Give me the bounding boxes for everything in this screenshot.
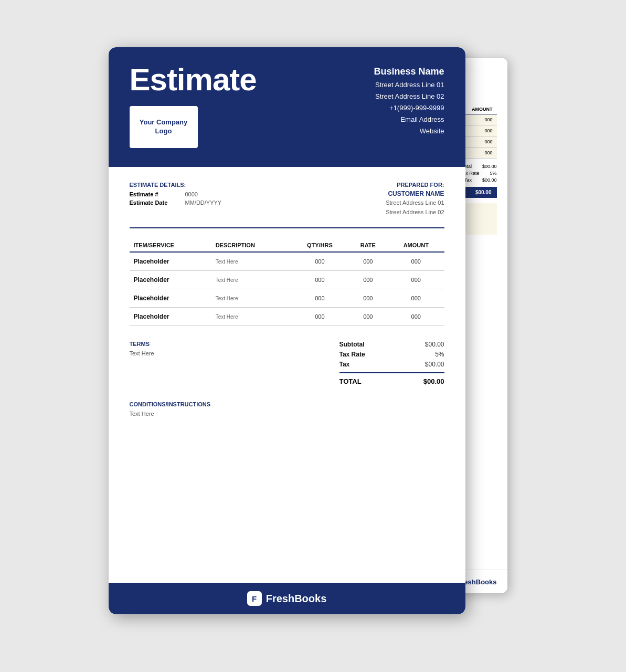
customer-address: Street Address Line 01 Street Address Li… bbox=[386, 198, 444, 217]
header-left: Estimate Your Company Logo bbox=[130, 64, 257, 148]
address-line2: Street Address Line 02 bbox=[374, 91, 444, 102]
back-tax-value: $00.00 bbox=[482, 177, 497, 183]
doc-footer: F FreshBooks bbox=[109, 583, 465, 614]
company-logo: Your Company Logo bbox=[130, 106, 198, 148]
subtotal-row: Subtotal $00.00 bbox=[339, 341, 444, 348]
prepared-for-section: PREPARED FOR: CUSTOMER NAME Street Addre… bbox=[386, 182, 444, 217]
taxrate-value: 5% bbox=[435, 351, 444, 358]
estimate-details-left: ESTIMATE DETAILS: Estimate # 0000 Estima… bbox=[130, 182, 222, 217]
terms-section: TERMS Text Here bbox=[130, 341, 339, 356]
customer-name: CUSTOMER NAME bbox=[386, 190, 444, 197]
doc-body: ESTIMATE DETAILS: Estimate # 0000 Estima… bbox=[109, 167, 465, 427]
back-subtotal-value: $00.00 bbox=[482, 164, 497, 169]
header-right: Business Name Street Address Line 01 Str… bbox=[374, 64, 444, 137]
back-total-value: $00.00 bbox=[475, 190, 492, 195]
estimate-number-value: 0000 bbox=[185, 191, 198, 197]
estimate-title: Estimate bbox=[130, 64, 257, 96]
tax-label: Tax bbox=[339, 361, 350, 368]
item-name-2: Placeholder bbox=[134, 276, 169, 284]
item-desc-1: Text Here bbox=[216, 259, 238, 265]
subtotal-label: Subtotal bbox=[339, 341, 365, 348]
freshbooks-icon: F bbox=[247, 591, 262, 606]
subtotal-value: $00.00 bbox=[425, 341, 444, 348]
back-taxrate-value: 5% bbox=[490, 171, 496, 176]
business-detail: Street Address Line 01 Street Address Li… bbox=[374, 79, 444, 137]
table-row: Placeholder Text Here 000 000 000 bbox=[130, 271, 444, 289]
item-rate-1: 000 bbox=[348, 252, 388, 271]
bottom-section: TERMS Text Here Subtotal $00.00 Tax Rate… bbox=[130, 341, 444, 385]
col-qty: QTY/HRS bbox=[291, 239, 348, 252]
taxrate-label: Tax Rate bbox=[339, 351, 365, 358]
phone: +1(999)-999-9999 bbox=[374, 102, 444, 114]
tax-value: $00.00 bbox=[425, 361, 444, 368]
document-scene: ESTIMATE DETAILS: Estimate # 0000 Estima… bbox=[109, 47, 518, 625]
item-qty-2: 000 bbox=[291, 271, 348, 289]
item-rate-2: 000 bbox=[348, 271, 388, 289]
col-rate: RATE bbox=[348, 239, 388, 252]
business-name: Business Name bbox=[374, 66, 444, 77]
estimate-date-value: MM/DD/YYYY bbox=[185, 200, 222, 206]
estimate-number-row: Estimate # 0000 bbox=[130, 191, 222, 197]
front-document: Estimate Your Company Logo Business Name… bbox=[109, 47, 465, 614]
item-amount-3: 000 bbox=[388, 289, 444, 308]
email: Email Address bbox=[374, 114, 444, 125]
address-line1: Street Address Line 01 bbox=[374, 79, 444, 91]
item-name-4: Placeholder bbox=[134, 313, 169, 320]
estimate-date-label: Estimate Date bbox=[130, 200, 177, 206]
totals-section: Subtotal $00.00 Tax Rate 5% Tax $00.00 T… bbox=[339, 341, 444, 385]
estimate-details-title: ESTIMATE DETAILS: bbox=[130, 182, 222, 188]
conditions-text: Text Here bbox=[130, 411, 444, 417]
terms-text: Text Here bbox=[130, 350, 339, 356]
estimate-date-row: Estimate Date MM/DD/YYYY bbox=[130, 200, 222, 206]
freshbooks-brand: FreshBooks bbox=[266, 593, 327, 605]
estimate-number-label: Estimate # bbox=[130, 191, 177, 197]
totals-divider bbox=[339, 372, 444, 373]
terms-title: TERMS bbox=[130, 341, 339, 347]
items-table: ITEM/SERVICE DESCRIPTION QTY/HRS RATE AM… bbox=[130, 239, 444, 326]
total-row: TOTAL $00.00 bbox=[339, 377, 444, 385]
col-item: ITEM/SERVICE bbox=[130, 239, 211, 252]
table-row: Placeholder Text Here 000 000 000 bbox=[130, 252, 444, 271]
customer-address-line2: Street Address Line 02 bbox=[386, 208, 444, 217]
item-desc-4: Text Here bbox=[216, 314, 238, 320]
conditions-title: CONDITIONS/INSTRUCTIONS bbox=[130, 401, 444, 407]
total-label: TOTAL bbox=[339, 377, 362, 385]
website: Website bbox=[374, 125, 444, 137]
table-row: Placeholder Text Here 000 000 000 bbox=[130, 308, 444, 326]
conditions-section: CONDITIONS/INSTRUCTIONS Text Here bbox=[130, 401, 444, 417]
item-name-3: Placeholder bbox=[134, 295, 169, 302]
item-desc-2: Text Here bbox=[216, 277, 238, 283]
item-rate-3: 000 bbox=[348, 289, 388, 308]
doc-header: Estimate Your Company Logo Business Name… bbox=[109, 47, 465, 167]
item-amount-4: 000 bbox=[388, 308, 444, 326]
back-tax-label: Tax bbox=[464, 177, 472, 183]
section-divider bbox=[130, 227, 444, 228]
taxrate-row: Tax Rate 5% bbox=[339, 351, 444, 358]
col-amount: AMOUNT bbox=[388, 239, 444, 252]
item-desc-3: Text Here bbox=[216, 296, 238, 301]
item-qty-1: 000 bbox=[291, 252, 348, 271]
col-description: DESCRIPTION bbox=[211, 239, 291, 252]
tax-row: Tax $00.00 bbox=[339, 361, 444, 368]
item-qty-3: 000 bbox=[291, 289, 348, 308]
item-rate-4: 000 bbox=[348, 308, 388, 326]
freshbooks-logo: F FreshBooks bbox=[247, 591, 327, 606]
estimate-info-section: ESTIMATE DETAILS: Estimate # 0000 Estima… bbox=[130, 182, 444, 217]
item-name-1: Placeholder bbox=[134, 258, 169, 265]
total-value: $00.00 bbox=[423, 377, 444, 385]
item-qty-4: 000 bbox=[291, 308, 348, 326]
item-amount-2: 000 bbox=[388, 271, 444, 289]
item-amount-1: 000 bbox=[388, 252, 444, 271]
prepared-for-label: PREPARED FOR: bbox=[386, 182, 444, 188]
table-row: Placeholder Text Here 000 000 000 bbox=[130, 289, 444, 308]
customer-address-line1: Street Address Line 01 bbox=[386, 198, 444, 208]
